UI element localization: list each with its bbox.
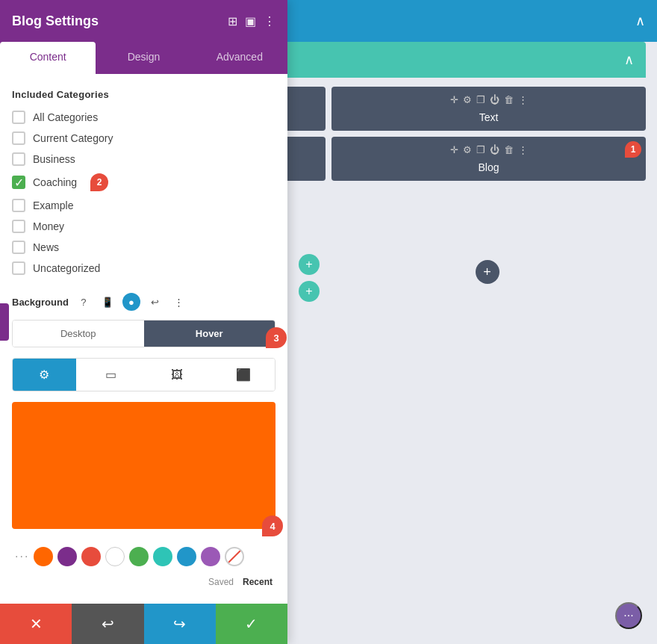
tab-advanced[interactable]: Advanced: [192, 42, 287, 74]
tab-content[interactable]: Content: [0, 42, 96, 74]
module-toolbar-text-2: ✛ ⚙ ❐ ⏻ 🗑 ⋮: [450, 94, 528, 105]
background-section-header: Background ? 📱 ● ↩ ⋮: [12, 293, 275, 311]
settings-icon[interactable]: ⚙: [463, 144, 472, 155]
bg-type-video[interactable]: ⬛: [211, 359, 275, 391]
module-label-text-2: Text: [479, 111, 499, 123]
checkbox-current-category[interactable]: Current Category: [12, 131, 275, 145]
checkbox-box-uncategorized[interactable]: [12, 261, 25, 275]
included-categories-title: Included Categories: [12, 89, 275, 100]
add-row-button-2[interactable]: +: [299, 281, 320, 302]
badge-2: 2: [90, 173, 108, 191]
redo-icon: ↪: [173, 615, 186, 633]
background-desktop-icon[interactable]: ●: [122, 293, 140, 311]
redo-button[interactable]: ↪: [144, 604, 216, 644]
background-help-button[interactable]: ?: [75, 293, 93, 311]
checkbox-box-current-category[interactable]: [12, 131, 25, 145]
move-icon[interactable]: ✛: [450, 144, 458, 155]
checkbox-uncategorized[interactable]: Uncategorized: [12, 261, 275, 275]
cancel-button[interactable]: ✕: [0, 604, 72, 644]
checkbox-news[interactable]: News: [12, 241, 275, 254]
copy-icon[interactable]: ❐: [476, 144, 485, 155]
checkbox-box-example[interactable]: [12, 199, 25, 212]
checkbox-example[interactable]: Example: [12, 199, 275, 212]
move-icon[interactable]: ✛: [450, 94, 458, 105]
color-swatch-red[interactable]: [81, 547, 101, 566]
color-swatch-green[interactable]: [129, 547, 149, 566]
bg-type-color[interactable]: ⚙: [13, 359, 76, 391]
checkbox-box-business[interactable]: [12, 152, 25, 166]
view-tab-desktop[interactable]: Desktop: [13, 321, 144, 347]
recent-tab[interactable]: Recent: [243, 577, 273, 587]
power-icon[interactable]: ⏻: [490, 94, 499, 105]
color-swatch-area[interactable]: 4: [12, 402, 275, 529]
save-icon: ✓: [245, 615, 258, 633]
color-swatch-blue[interactable]: [177, 547, 196, 566]
side-add-buttons: + +: [299, 254, 320, 302]
panel-edge-tab: [0, 303, 9, 341]
settings-icon[interactable]: ⚙: [463, 94, 472, 105]
panel-title: Blog Settings: [12, 13, 228, 29]
expand-icon[interactable]: ⊞: [228, 14, 237, 28]
settings-panel: Blog Settings ⊞ ▣ ⋮ Content Design Advan…: [0, 0, 287, 644]
module-label-blog-2: Blog: [478, 161, 499, 173]
bg-type-row: ⚙ ▭ 🖼 ⬛: [12, 358, 275, 391]
copy-icon[interactable]: ❐: [476, 94, 485, 105]
cancel-icon: ✕: [30, 615, 43, 633]
saved-tab[interactable]: Saved: [208, 577, 234, 587]
color-swatch-orange[interactable]: [34, 547, 53, 566]
add-column-2-button[interactable]: +: [476, 260, 499, 284]
checkbox-label-example: Example: [33, 199, 73, 211]
undo-button[interactable]: ↩: [72, 604, 143, 644]
panel-body: Included Categories All Categories Curre…: [0, 74, 287, 604]
checkbox-money[interactable]: Money: [12, 220, 275, 233]
save-button[interactable]: ✓: [216, 604, 287, 644]
background-phone-icon[interactable]: 📱: [99, 293, 116, 311]
checkbox-business[interactable]: Business: [12, 152, 275, 166]
checkbox-box-coaching[interactable]: ✓: [12, 176, 25, 189]
checkbox-label-news: News: [33, 241, 59, 253]
checkbox-box-money[interactable]: [12, 220, 25, 233]
checkbox-label-coaching: Coaching: [33, 176, 77, 188]
checkbox-label-uncategorized: Uncategorized: [33, 262, 100, 274]
color-swatch-light-purple[interactable]: [201, 547, 220, 566]
row-bar-chevron[interactable]: ∧: [624, 52, 634, 68]
trash-icon[interactable]: 🗑: [504, 94, 514, 105]
bg-type-image[interactable]: 🖼: [146, 359, 209, 391]
background-reset-button[interactable]: ↩: [146, 293, 164, 311]
more-options-button[interactable]: ···: [615, 602, 642, 629]
tab-design[interactable]: Design: [96, 42, 191, 74]
panel-header: Blog Settings ⊞ ▣ ⋮: [0, 0, 287, 42]
top-bar-chevron[interactable]: ∧: [635, 13, 645, 29]
view-tabs: Desktop Hover: [12, 320, 275, 347]
color-swatch-teal[interactable]: [153, 547, 172, 566]
checkbox-box-all-categories[interactable]: [12, 111, 25, 124]
badge-3: 3: [266, 327, 287, 348]
color-palette: ···: [12, 539, 275, 574]
more-icon[interactable]: ⋮: [518, 94, 528, 105]
layout-icon[interactable]: ▣: [245, 14, 256, 28]
checkbox-coaching[interactable]: ✓ Coaching 2: [12, 173, 275, 191]
checkbox-box-news[interactable]: [12, 241, 25, 254]
checkbox-label-business: Business: [33, 153, 75, 165]
power-icon[interactable]: ⏻: [490, 144, 499, 155]
view-tab-hover[interactable]: Hover: [144, 321, 275, 347]
color-swatch-purple[interactable]: [57, 547, 77, 566]
module-blog-2[interactable]: ✛ ⚙ ❐ ⏻ 🗑 ⋮ Blog: [331, 137, 646, 181]
add-row-button-1[interactable]: +: [299, 254, 320, 275]
bg-type-gradient[interactable]: ▭: [79, 359, 143, 391]
trash-icon[interactable]: 🗑: [504, 144, 514, 155]
panel-header-icons: ⊞ ▣ ⋮: [228, 14, 275, 28]
more-icon[interactable]: ⋮: [264, 14, 275, 28]
module-text-2[interactable]: ✛ ⚙ ❐ ⏻ 🗑 ⋮ Text: [331, 87, 646, 131]
checkbox-label-money: Money: [33, 220, 64, 232]
panel-tabs: Content Design Advanced: [0, 42, 287, 74]
category-checkbox-list: All Categories Current Category Business…: [12, 111, 275, 275]
color-swatch-white[interactable]: [105, 547, 125, 566]
checkbox-all-categories[interactable]: All Categories: [12, 111, 275, 124]
more-icon[interactable]: ⋮: [518, 144, 528, 155]
color-more-button[interactable]: ···: [15, 550, 29, 563]
color-swatch-none[interactable]: [225, 547, 244, 566]
panel-footer: ✕ ↩ ↪ ✓: [0, 604, 287, 644]
background-more-button[interactable]: ⋮: [170, 293, 188, 311]
undo-icon: ↩: [102, 615, 114, 633]
